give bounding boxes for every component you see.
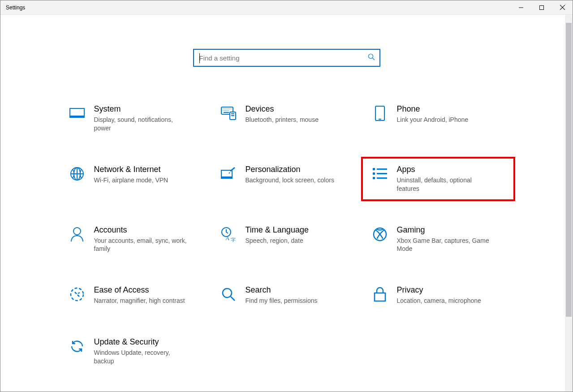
tile-sub: Link your Android, iPhone: [397, 116, 469, 124]
tile-title: Accounts: [94, 225, 188, 235]
globe-icon: [66, 165, 88, 183]
search-icon: [368, 53, 375, 62]
svg-point-10: [229, 108, 230, 109]
xbox-icon: [369, 225, 391, 243]
person-icon: [66, 225, 88, 243]
svg-point-38: [71, 288, 83, 301]
tile-ease-of-access[interactable]: Ease of Access Narrator, magnifier, high…: [64, 283, 207, 308]
magnifier-icon: [218, 285, 239, 303]
tile-sub: Find my files, permissions: [246, 297, 318, 305]
tile-phone[interactable]: Phone Link your Android, iPhone: [366, 102, 510, 135]
system-icon: [66, 104, 88, 122]
svg-point-6: [224, 108, 225, 109]
svg-point-1: [368, 54, 373, 59]
settings-grid: System Display, sound, notifications, po…: [64, 102, 510, 368]
tile-personalization[interactable]: Personalization Background, lock screen,…: [215, 162, 358, 196]
tile-title: Gaming: [397, 225, 491, 235]
tile-title: Time & Language: [246, 225, 309, 235]
svg-point-13: [224, 110, 225, 111]
svg-point-8: [227, 108, 228, 109]
window-title: Settings: [6, 4, 25, 11]
svg-rect-40: [375, 293, 385, 301]
tile-sub: Display, sound, notifications, power: [94, 116, 188, 133]
tile-sub: Xbox Game Bar, captures, Game Mode: [397, 237, 491, 254]
svg-rect-31: [373, 177, 375, 179]
maximize-button[interactable]: [531, 0, 552, 14]
tile-title: Update & Security: [94, 337, 188, 347]
tile-gaming[interactable]: Gaming Xbox Game Bar, captures, Game Mod…: [366, 223, 510, 256]
svg-point-15: [227, 110, 228, 111]
tile-devices[interactable]: Devices Bluetooth, printers, mouse: [215, 102, 358, 135]
svg-rect-19: [231, 113, 234, 114]
titlebar: Settings: [0, 0, 573, 15]
window-controls: [511, 0, 573, 14]
tile-title: Personalization: [246, 165, 334, 174]
tile-update-security[interactable]: Update & Security Windows Update, recove…: [64, 335, 207, 368]
tile-title: System: [94, 104, 188, 114]
svg-rect-21: [375, 106, 384, 121]
tile-title: Phone: [397, 104, 469, 114]
svg-point-5: [223, 108, 224, 109]
svg-point-12: [223, 110, 224, 111]
tile-search[interactable]: Search Find my files, permissions: [215, 283, 358, 308]
tile-title: Network & Internet: [94, 165, 168, 174]
scrollbar-thumb[interactable]: [566, 23, 572, 317]
svg-rect-17: [224, 112, 229, 113]
svg-point-7: [225, 108, 226, 109]
paint-icon: [218, 165, 239, 183]
svg-rect-22: [379, 119, 381, 120]
phone-icon: [369, 104, 391, 122]
close-button[interactable]: [552, 0, 573, 14]
time-lang-icon: A 字: [218, 225, 239, 243]
tile-accounts[interactable]: Accounts Your accounts, email, sync, wor…: [64, 223, 207, 256]
tile-network[interactable]: Network & Internet Wi-Fi, airplane mode,…: [64, 162, 207, 196]
svg-point-16: [228, 110, 229, 111]
svg-point-33: [73, 228, 81, 235]
tile-sub: Windows Update, recovery, backup: [94, 349, 188, 366]
svg-rect-32: [377, 177, 387, 179]
scrollbar[interactable]: [565, 15, 573, 392]
tile-privacy[interactable]: Privacy Location, camera, microphone: [366, 283, 510, 308]
minimize-button[interactable]: [511, 0, 531, 14]
sync-icon: [66, 337, 88, 355]
svg-rect-27: [373, 168, 375, 170]
tile-sub: Narrator, magnifier, high contrast: [94, 297, 185, 305]
tile-sub: Background, lock screen, colors: [246, 176, 334, 185]
svg-rect-0: [540, 5, 544, 9]
tile-system[interactable]: System Display, sound, notifications, po…: [64, 102, 207, 135]
tile-sub: Your accounts, email, sync, work, family: [94, 237, 188, 254]
tile-sub: Location, camera, microphone: [397, 297, 481, 305]
svg-point-39: [223, 289, 232, 297]
svg-rect-26: [221, 177, 232, 178]
svg-rect-3: [70, 116, 84, 117]
tile-sub: Wi-Fi, airplane mode, VPN: [94, 176, 168, 185]
tile-apps[interactable]: Apps Uninstall, defaults, optional featu…: [366, 162, 510, 196]
svg-point-14: [225, 110, 226, 111]
content-area: System Display, sound, notifications, po…: [0, 15, 573, 392]
tile-title: Devices: [246, 104, 319, 114]
tile-title: Ease of Access: [94, 285, 185, 295]
devices-icon: [218, 104, 239, 122]
tile-sub: Speech, region, date: [246, 237, 309, 245]
search-box[interactable]: [193, 49, 380, 67]
svg-text:字: 字: [231, 237, 236, 242]
tile-title: Apps: [397, 165, 491, 174]
tile-time-language[interactable]: A 字 Time & Language Speech, region, date: [215, 223, 358, 256]
text-caret: [199, 53, 200, 63]
svg-rect-20: [231, 115, 234, 116]
search-input[interactable]: [199, 54, 368, 62]
tile-sub: Bluetooth, printers, mouse: [246, 116, 319, 124]
svg-rect-28: [377, 168, 387, 170]
svg-rect-29: [373, 172, 375, 175]
svg-point-9: [228, 108, 229, 109]
tile-title: Search: [246, 285, 318, 295]
tile-title: Privacy: [397, 285, 481, 295]
lock-icon: [369, 285, 391, 303]
svg-text:A: A: [225, 235, 230, 241]
accessibility-icon: [66, 285, 88, 303]
svg-point-11: [231, 108, 232, 109]
tile-sub: Uninstall, defaults, optional features: [397, 176, 491, 193]
apps-icon: [369, 165, 391, 183]
svg-rect-30: [377, 173, 387, 174]
